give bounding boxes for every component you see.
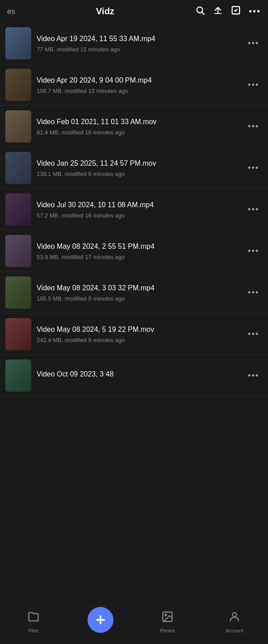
video-thumbnail: [5, 110, 31, 142]
list-item[interactable]: Video Jul 30 2024, 10 11 08 AM.mp4 57.2 …: [0, 189, 268, 230]
video-thumbnail: [5, 235, 31, 267]
list-item[interactable]: Video May 08 2024, 5 19 22 PM.mov 242.4 …: [0, 314, 268, 355]
select-icon[interactable]: [231, 5, 241, 17]
video-more-button[interactable]: •••: [244, 284, 263, 301]
search-icon[interactable]: [195, 5, 205, 17]
video-more-button[interactable]: •••: [244, 368, 263, 384]
bottom-nav: Files Photos Account: [0, 606, 268, 644]
video-name: Video May 08 2024, 2 55 51 PM.mp4: [37, 242, 244, 251]
video-more-button[interactable]: •••: [244, 326, 263, 343]
header: es Vidz •••: [0, 0, 268, 23]
video-info: Video Jan 25 2025, 11 24 57 PM.mov 138.1…: [37, 159, 244, 177]
video-more-button[interactable]: •••: [244, 35, 263, 52]
nav-photos[interactable]: Photos: [134, 611, 201, 633]
video-more-button[interactable]: •••: [244, 243, 263, 259]
video-meta: 108.7 MB, modified 10 minutes ago: [37, 88, 244, 94]
video-info: Video May 08 2024, 2 55 51 PM.mp4 53.9 M…: [37, 242, 244, 260]
video-meta: 77 MB, modified 15 minutes ago: [37, 46, 244, 53]
video-thumbnail: [5, 360, 31, 392]
video-thumbnail: [5, 276, 31, 309]
nav-account[interactable]: Account: [201, 611, 268, 633]
video-meta: 195.5 MB, modified 9 minutes ago: [37, 295, 244, 302]
video-info: Video May 08 2024, 3 03 32 PM.mp4 195.5 …: [37, 283, 244, 302]
video-meta: 57.2 MB, modified 16 minutes ago: [37, 212, 244, 219]
video-thumbnail: [5, 193, 31, 226]
video-meta: 138.1 MB, modified 8 minutes ago: [37, 171, 244, 177]
account-icon: [228, 611, 241, 626]
more-icon[interactable]: •••: [249, 6, 261, 17]
nav-add[interactable]: [67, 611, 134, 633]
video-info: Video May 08 2024, 5 19 22 PM.mov 242.4 …: [37, 325, 244, 343]
video-thumbnail: [5, 152, 31, 184]
photos-label: Photos: [160, 628, 175, 633]
video-more-button[interactable]: •••: [244, 201, 263, 218]
video-more-button[interactable]: •••: [244, 160, 263, 176]
video-info: Video Apr 20 2024, 9 04 00 PM.mp4 108.7 …: [37, 75, 244, 94]
nav-files[interactable]: Files: [0, 611, 67, 633]
svg-point-7: [165, 614, 167, 616]
list-item[interactable]: Video Jan 25 2025, 11 24 57 PM.mov 138.1…: [0, 147, 268, 189]
account-label: Account: [226, 628, 243, 633]
video-more-button[interactable]: •••: [244, 77, 263, 93]
video-meta: 81.4 MB, modified 16 minutes ago: [37, 129, 244, 136]
video-name: Video Oct 09 2023, 3 48: [37, 369, 244, 379]
list-item[interactable]: Video Apr 19 2024, 11 55 33 AM.mp4 77 MB…: [0, 23, 268, 64]
header-actions: •••: [195, 5, 261, 17]
video-info: Video Jul 30 2024, 10 11 08 AM.mp4 57.2 …: [37, 200, 244, 219]
svg-line-1: [202, 12, 204, 14]
add-button[interactable]: [88, 607, 113, 633]
upload-icon[interactable]: [213, 5, 223, 17]
video-name: Video May 08 2024, 3 03 32 PM.mp4: [37, 283, 244, 293]
svg-point-8: [232, 613, 236, 617]
video-name: Video Apr 20 2024, 9 04 00 PM.mp4: [37, 75, 244, 85]
header-title: Vidz: [96, 6, 114, 17]
list-item[interactable]: Video May 08 2024, 3 03 32 PM.mp4 195.5 …: [0, 272, 268, 314]
video-thumbnail: [5, 27, 31, 59]
files-icon: [27, 611, 40, 626]
video-info: Video Apr 19 2024, 11 55 33 AM.mp4 77 MB…: [37, 34, 244, 53]
list-item[interactable]: Video Apr 20 2024, 9 04 00 PM.mp4 108.7 …: [0, 64, 268, 106]
svg-rect-2: [214, 13, 222, 14]
video-name: Video Jan 25 2025, 11 24 57 PM.mov: [37, 159, 244, 168]
files-label: Files: [28, 628, 38, 633]
video-info: Video Oct 09 2023, 3 48: [37, 369, 244, 381]
header-back[interactable]: es: [7, 7, 15, 16]
video-info: Video Feb 01 2021, 11 01 33 AM.mov 81.4 …: [37, 117, 244, 136]
photos-icon: [161, 611, 174, 626]
video-name: Video Jul 30 2024, 10 11 08 AM.mp4: [37, 200, 244, 210]
list-item[interactable]: Video Feb 01 2021, 11 01 33 AM.mov 81.4 …: [0, 106, 268, 147]
video-list: Video Apr 19 2024, 11 55 33 AM.mp4 77 MB…: [0, 23, 268, 437]
video-name: Video Apr 19 2024, 11 55 33 AM.mp4: [37, 34, 244, 44]
video-name: Video May 08 2024, 5 19 22 PM.mov: [37, 325, 244, 335]
list-item[interactable]: Video Oct 09 2023, 3 48 •••: [0, 355, 268, 397]
video-more-button[interactable]: •••: [244, 118, 263, 135]
video-meta: 242.4 MB, modified 9 minutes ago: [37, 337, 244, 343]
list-item[interactable]: Video May 08 2024, 2 55 51 PM.mp4 53.9 M…: [0, 230, 268, 272]
video-meta: 53.9 MB, modified 17 minutes ago: [37, 254, 244, 260]
video-thumbnail: [5, 318, 31, 350]
video-name: Video Feb 01 2021, 11 01 33 AM.mov: [37, 117, 244, 127]
video-thumbnail: [5, 69, 31, 101]
